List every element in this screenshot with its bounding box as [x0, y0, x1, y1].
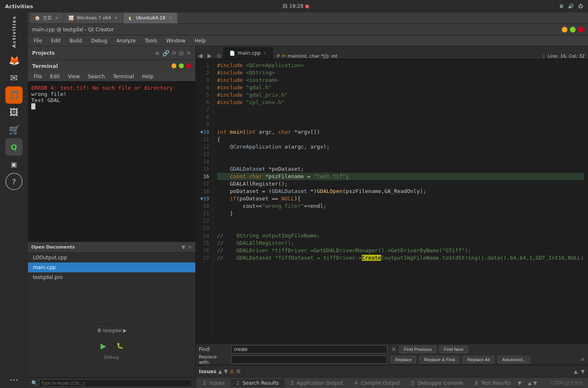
app-icon-image[interactable]: 🖼: [5, 104, 23, 121]
maximize-btn[interactable]: [570, 27, 576, 33]
terminal-maximize-btn[interactable]: [179, 63, 184, 68]
tab-win7[interactable]: 🪟 Windows 7 x64 ✕: [64, 13, 123, 23]
tab-ubuntu[interactable]: 🐧 Ubuntu64.18 ✕: [123, 13, 177, 23]
term-menu-terminal[interactable]: Terminal: [110, 73, 137, 80]
find-label: Find:: [199, 346, 228, 352]
filter-icon[interactable]: ≡: [155, 50, 160, 56]
advanced-btn[interactable]: Advanced...: [498, 356, 530, 363]
type-to-locate-input[interactable]: [39, 379, 192, 387]
status-tab-appoutput[interactable]: 3 Application Output: [285, 379, 349, 387]
debug-project-icon: 🖥: [97, 328, 102, 333]
doc-item-looutput[interactable]: LOOutput.cpp: [28, 253, 195, 263]
find-bar-close[interactable]: ✕: [581, 357, 585, 362]
status-bar-down[interactable]: ▼: [533, 380, 537, 386]
debug-button[interactable]: 🐛: [113, 339, 126, 352]
code-line-6: #include "cpl_conv.h": [217, 99, 584, 106]
status-tabs-more[interactable]: ▼: [518, 380, 521, 386]
link-icon[interactable]: 🔗: [162, 50, 169, 56]
issues-up-icon[interactable]: ▲: [218, 368, 222, 374]
issues-collapse-up[interactable]: ▲: [574, 369, 578, 374]
activities-sidebar: Activities 🦊 ✉ 🎵 🖼 🛒 Q ▣ ? ⋯: [0, 12, 28, 388]
activities-sidebar-label: Activities: [12, 16, 17, 48]
menu-analyze[interactable]: Analyze: [112, 37, 140, 45]
find-clear-btn[interactable]: ✕: [391, 346, 396, 353]
code-area[interactable]: 1 2 3 4 5 6 7 8 9 ▼10 11 12 13 14 15 16: [196, 59, 588, 344]
menu-help[interactable]: Help: [190, 37, 210, 45]
issues-warning-icon[interactable]: ⚠: [229, 368, 234, 374]
menu-build[interactable]: Build: [65, 37, 86, 45]
tab-home-close[interactable]: ✕: [54, 16, 59, 20]
app-icon-music[interactable]: 🎵: [5, 86, 23, 104]
term-menu-file[interactable]: File: [30, 73, 45, 80]
close-panel-icon[interactable]: ✕: [186, 50, 191, 56]
menu-edit[interactable]: Edit: [47, 37, 65, 45]
line-num-21: 21: [196, 210, 209, 217]
term-menu-edit[interactable]: Edit: [47, 73, 63, 80]
terminal-close-btn[interactable]: [186, 63, 191, 68]
find-next-btn[interactable]: Find Next: [440, 346, 468, 353]
issues-filter-icon[interactable]: ⚙: [236, 368, 241, 374]
term-menu-search[interactable]: Search: [85, 73, 108, 80]
menu-tools[interactable]: Tools: [141, 37, 161, 45]
menu-file[interactable]: File: [30, 37, 46, 45]
replace-input[interactable]: [231, 355, 387, 364]
qt-creator-window: main.cpp @ testgdal - Qt Creator File Ed…: [28, 24, 588, 388]
terminal-line-1: ERROR 4: test.tif: No such file or direc…: [31, 85, 192, 91]
volume-icon: 🔊: [568, 3, 574, 9]
nav-forward-btn[interactable]: ▶: [205, 52, 215, 59]
terminal-minimize-btn[interactable]: [171, 63, 176, 68]
search-small-icon: 🔍: [31, 380, 37, 386]
tab-ubuntu-close[interactable]: ✕: [168, 16, 173, 20]
app-grid-icon[interactable]: ⋯: [5, 371, 23, 388]
close-btn[interactable]: [578, 27, 584, 33]
status-tab-debugger[interactable]: 5 Debugger Console: [405, 379, 469, 387]
code-line-26: // GDALDriver *tiffDriver =GetGDALDriver…: [217, 247, 584, 254]
system-time: 四 19:28 ●: [282, 3, 309, 9]
replace-btn[interactable]: Replace: [391, 356, 416, 363]
app-icon-firefox[interactable]: 🦊: [5, 52, 23, 69]
app-icon-store[interactable]: 🛒: [5, 121, 23, 138]
collapse-icon[interactable]: ▼: [181, 244, 185, 250]
status-tab-tests[interactable]: 8 Test Results: [469, 379, 516, 387]
tab-win7-close[interactable]: ✕: [113, 16, 118, 20]
status-tab-search[interactable]: 2 Search Results: [231, 379, 285, 387]
issues-down-icon[interactable]: ▼: [224, 368, 228, 374]
replace-find-btn[interactable]: Replace & Find: [419, 356, 459, 363]
ubuntu-icon: 🐧: [127, 15, 133, 21]
editor-tab-maincpp[interactable]: 📄 main.cpp ✕: [223, 47, 273, 59]
tab-close-btn[interactable]: ✕: [263, 51, 266, 56]
find-input[interactable]: [231, 345, 387, 353]
app-icon-help[interactable]: ?: [5, 173, 23, 190]
code-line-24: // QString outputImgFileName;: [217, 232, 584, 239]
minimize-btn[interactable]: [562, 27, 567, 33]
term-menu-view[interactable]: View: [65, 73, 83, 80]
close-docs-icon[interactable]: ✕: [188, 244, 192, 250]
activities-label[interactable]: Activities: [5, 3, 33, 9]
run-button[interactable]: ▶: [97, 339, 110, 352]
issues-bar: Issues ▲ ▼ ⚠ ⚙ ▲ ▼: [196, 365, 588, 377]
app-icon-qt[interactable]: Q: [5, 138, 23, 156]
status-tabs: 1 Issues 2 Search Results 3 Application …: [196, 377, 588, 388]
issues-collapse-down[interactable]: ▼: [581, 369, 585, 374]
replace-all-btn[interactable]: Replace All: [463, 356, 494, 363]
app-icon-mail[interactable]: ✉: [5, 69, 23, 86]
qt-window-title: main.cpp @ testgdal - Qt Creator: [32, 27, 114, 33]
nav-split-btn[interactable]: ⊟: [214, 53, 223, 59]
doc-item-maincpp[interactable]: main.cpp: [28, 263, 195, 272]
line-num-8: 8: [196, 114, 209, 121]
menu-window[interactable]: Window: [162, 37, 190, 45]
tab-home[interactable]: 🏠 主页 ✕: [30, 13, 63, 23]
status-tab-compile[interactable]: 4 Compile Output: [349, 379, 405, 387]
status-bar-up[interactable]: ▲: [528, 380, 532, 386]
nav-back-btn[interactable]: ◀: [196, 52, 205, 59]
status-tab-issues[interactable]: 1 Issues: [197, 379, 231, 387]
code-content[interactable]: #include <QCoreApplication> #include <QS…: [213, 59, 588, 344]
sync-icon[interactable]: ⟳: [172, 50, 177, 56]
terminal-content[interactable]: ERROR 4: test.tif: No such file or direc…: [28, 81, 195, 242]
find-prev-btn[interactable]: Find Previous: [399, 346, 436, 353]
app-icon-terminal[interactable]: ▣: [5, 156, 23, 173]
split-icon[interactable]: ⊟: [179, 50, 184, 56]
doc-item-testgdal[interactable]: testgdal.pro: [28, 272, 195, 282]
term-menu-help[interactable]: Help: [139, 73, 157, 80]
menu-debug[interactable]: Debug: [87, 37, 111, 45]
